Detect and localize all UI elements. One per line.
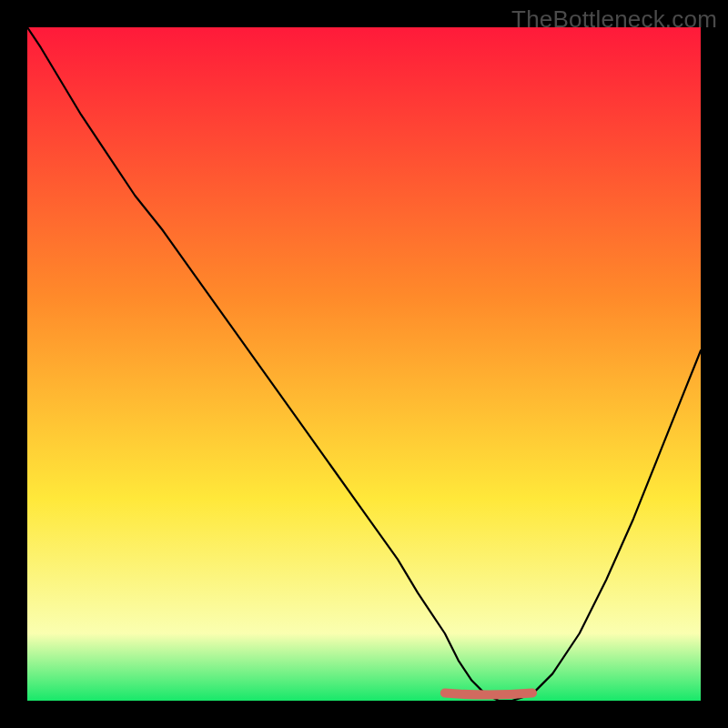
- chart-svg: [27, 27, 701, 701]
- watermark-text: TheBottleneck.com: [511, 5, 717, 34]
- gradient-background: [27, 27, 701, 701]
- chart-frame: TheBottleneck.com: [0, 0, 728, 728]
- plot-area: [27, 27, 701, 701]
- optimal-range-marker: [445, 693, 532, 695]
